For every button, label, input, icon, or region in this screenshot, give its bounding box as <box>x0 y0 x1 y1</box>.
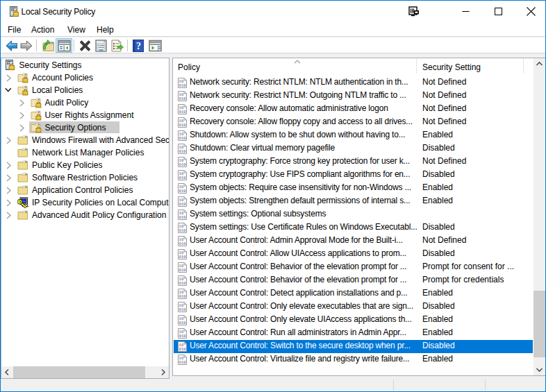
svg-text:?: ? <box>136 41 141 51</box>
